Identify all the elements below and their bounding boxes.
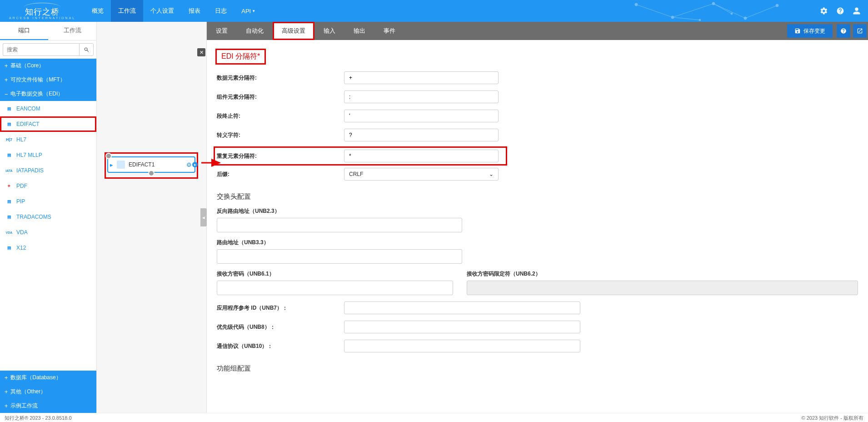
tree-item-eancom[interactable]: ▤EANCOM xyxy=(0,101,96,116)
row-segment-terminator: 段终止符: xyxy=(217,110,858,122)
save-button[interactable]: 保存变更 xyxy=(787,24,833,38)
row-unb8: 优先级代码（UNB8）： xyxy=(217,321,858,333)
nav-overview[interactable]: 概览 xyxy=(85,0,111,22)
svg-point-11 xyxy=(699,19,701,21)
tree-item-hl7[interactable]: H|7HL7 xyxy=(0,132,96,147)
svg-line-2 xyxy=(713,4,745,18)
tree-item-x12[interactable]: ▤X12 xyxy=(0,240,96,256)
left-tabs: 端口 工作流 xyxy=(0,22,96,40)
tab-events[interactable]: 事件 xyxy=(374,22,404,40)
connector-icon: IATA xyxy=(5,167,13,174)
flow-node-highlight: ▸ EDIFACT1 ⚙ ▸ xyxy=(106,154,197,177)
nav-items: 概览 工作流 个人设置 报表 日志 API▾ xyxy=(85,0,262,22)
input-unb61[interactable] xyxy=(217,281,453,295)
input-unb10[interactable] xyxy=(344,340,580,352)
node-output-port[interactable]: ▸ xyxy=(192,162,198,167)
nav-profile[interactable]: 个人设置 xyxy=(143,0,181,22)
decorative-network xyxy=(632,0,786,22)
tree-item-pip[interactable]: ▤PIP xyxy=(0,194,96,209)
settings-tabbar: 设置 自动化 高级设置 输入 输出 事件 保存变更 xyxy=(207,22,868,40)
input-unb33[interactable] xyxy=(217,249,462,264)
brand-name: 知行之桥 xyxy=(25,6,60,17)
tab-settings[interactable]: 设置 xyxy=(207,22,237,40)
row-unb10: 通信协议（UNB10）： xyxy=(217,340,858,352)
tab-input[interactable]: 输入 xyxy=(314,22,344,40)
annotation-arrow xyxy=(201,158,224,169)
popout-button[interactable] xyxy=(853,24,867,38)
input-component-sep[interactable] xyxy=(344,90,499,103)
label-unb33: 路由地址（UNB3.3） xyxy=(217,239,462,246)
left-tab-ports[interactable]: 端口 xyxy=(0,22,48,40)
label-unb23: 反向路由地址（UNB2.3） xyxy=(217,207,462,215)
form-area: EDI 分隔符* 数据元素分隔符: 组件元素分隔符: 段终止符: 转义字符: 重… xyxy=(207,40,868,413)
row-unb7: 应用程序参考 ID（UNB7）： xyxy=(217,301,858,314)
input-segment-terminator[interactable] xyxy=(344,110,499,122)
group-samples[interactable]: +示例工作流 xyxy=(0,399,96,413)
row-data-element-sep: 数据元素分隔符: xyxy=(217,71,858,84)
input-unb8[interactable] xyxy=(344,321,580,333)
tree-item-tradacoms[interactable]: ▤TRADACOMS xyxy=(0,209,96,225)
node-input-icon: ▸ xyxy=(110,161,113,168)
connector-icon: ▤ xyxy=(5,198,13,205)
nav-reports[interactable]: 报表 xyxy=(181,0,208,22)
pdf-icon: ✦ xyxy=(5,182,13,190)
connector-icon: ▤ xyxy=(5,121,13,128)
group-edi[interactable]: −电子数据交换（EDI） xyxy=(0,87,96,101)
connector-icon: ▤ xyxy=(5,105,13,112)
search-button[interactable] xyxy=(79,43,94,56)
tree-item-vda[interactable]: VDAVDA xyxy=(0,225,96,240)
tree-item-edifact[interactable]: ▤EDIFACT xyxy=(0,116,96,132)
input-repeat-sep[interactable] xyxy=(344,150,499,162)
select-suffix[interactable]: CRLF ⌄ xyxy=(344,168,499,181)
tab-automation[interactable]: 自动化 xyxy=(237,22,273,40)
input-unb7[interactable] xyxy=(344,301,580,314)
row-repeat-sep: 重复元素分隔符: xyxy=(215,148,506,164)
svg-line-1 xyxy=(673,4,713,17)
question-icon xyxy=(840,28,847,34)
input-data-element-sep[interactable] xyxy=(344,71,499,84)
user-icon[interactable] xyxy=(853,7,861,15)
label-unb61: 接收方密码（UNB6.1） xyxy=(217,270,453,278)
group-other[interactable]: +其他（Other） xyxy=(0,385,96,399)
group-database[interactable]: +数据库（Database） xyxy=(0,371,96,385)
tree-item-hl7mllp[interactable]: ▤HL7 MLLP xyxy=(0,147,96,163)
collapse-handle[interactable]: ◂ xyxy=(200,208,207,226)
input-unb23[interactable] xyxy=(217,218,462,232)
section-edi-delimiters: EDI 分隔符* xyxy=(217,50,264,63)
tab-output[interactable]: 输出 xyxy=(344,22,374,40)
tab-help-button[interactable] xyxy=(837,24,850,38)
node-gear-icon[interactable]: ⚙ xyxy=(186,161,192,168)
flow-node-edifact1[interactable]: ▸ EDIFACT1 ⚙ ▸ xyxy=(107,156,195,173)
node-label: EDIFACT1 xyxy=(129,161,186,168)
tree-item-iatapadis[interactable]: IATAIATAPADIS xyxy=(0,163,96,178)
svg-line-0 xyxy=(636,5,673,17)
flow-canvas[interactable]: ✕ ▸ EDIFACT1 ⚙ ▸ ◂ xyxy=(97,22,207,413)
nav-logs[interactable]: 日志 xyxy=(208,0,234,22)
row-component-sep: 组件元素分隔符: xyxy=(217,90,858,103)
svg-line-4 xyxy=(673,17,700,20)
node-type-icon xyxy=(117,161,125,169)
node-port-top[interactable] xyxy=(105,153,112,159)
nav-right xyxy=(820,7,868,15)
connector-icon: ▤ xyxy=(5,151,13,159)
input-escape-char[interactable] xyxy=(344,129,499,141)
svg-point-12 xyxy=(731,13,733,15)
group-mft[interactable]: +可控文件传输（MFT） xyxy=(0,73,96,87)
top-nav: 知行之桥 ARCESB INTERNATIONAL 概览 工作流 个人设置 报表… xyxy=(0,0,868,22)
tree-item-pdf[interactable]: ✦PDF xyxy=(0,178,96,194)
footer-copyright: © 2023 知行软件 - 版权所有 xyxy=(802,415,863,421)
tab-advanced[interactable]: 高级设置 xyxy=(273,22,314,40)
input-unb62 xyxy=(467,281,858,295)
node-port-bottom[interactable] xyxy=(148,170,155,176)
close-panel-button[interactable]: ✕ xyxy=(197,48,205,56)
left-tab-workflows[interactable]: 工作流 xyxy=(48,22,96,40)
connector-icon: ▤ xyxy=(5,213,13,221)
connector-icon: H|7 xyxy=(5,136,13,143)
search-input[interactable] xyxy=(3,43,79,56)
nav-api[interactable]: API▾ xyxy=(234,0,262,22)
nav-workflow[interactable]: 工作流 xyxy=(111,0,143,22)
group-core[interactable]: +基础（Core） xyxy=(0,59,96,73)
save-icon xyxy=(794,28,801,34)
gear-icon[interactable] xyxy=(820,7,828,15)
help-icon[interactable] xyxy=(836,7,844,15)
